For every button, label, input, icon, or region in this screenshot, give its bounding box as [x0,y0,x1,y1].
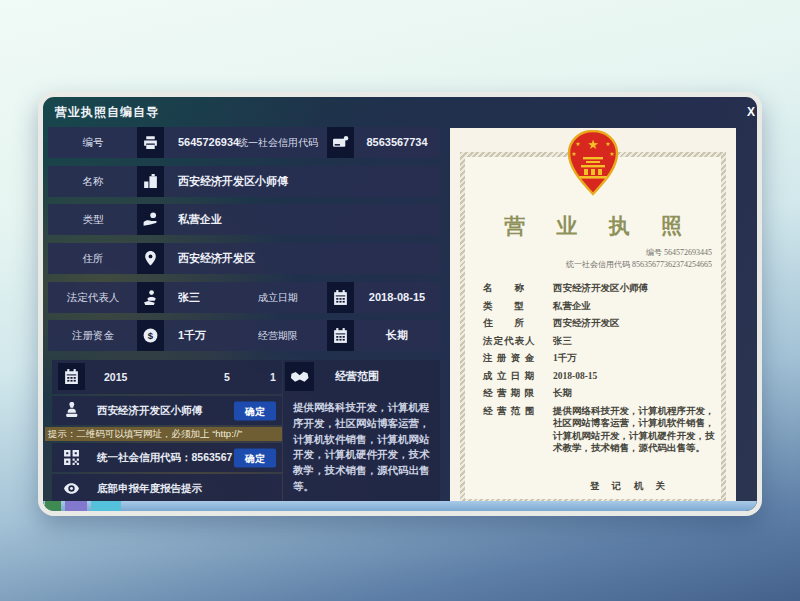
founding-date-input[interactable]: 2018-08-15 [356,282,438,313]
license-field-row: 注 册 资 金 1千万 [483,352,715,365]
credit-code-label: 统一社会信用代码 [228,127,328,158]
license-field-value: 长期 [553,387,715,400]
license-field-value: 西安经济开发区 [553,317,715,330]
day-input[interactable]: 1 [270,360,276,394]
license-field-label: 经 营 期 限 [483,387,553,400]
license-fields: 名 称 西安经济开发区小师傅 类 型 私营企业 住 所 西安经济开发区 法定代表… [483,282,715,459]
stamp-icon [58,397,85,424]
type-input[interactable]: 私营企业 [178,204,428,235]
name-input[interactable]: 西安经济开发区小师傅 [178,166,428,197]
calendar-icon [327,320,354,351]
business-license-editor-dialog: 营业执照自编自导 X 编号 5645726934 统一社会信用代码 856356… [38,92,762,516]
svg-text:★: ★ [605,141,610,147]
building-icon [137,166,164,197]
license-field-label: 注 册 资 金 [483,352,553,365]
capital-label: 注册资金 [48,320,138,351]
form-row-type: 类型 私营企业 [48,204,440,235]
license-code-value: 85635677362374254665 [632,260,712,269]
license-authority: 登 记 机 关 [560,480,700,493]
qr-confirm-button[interactable]: 确定 [234,448,276,467]
license-field-value: 1千万 [553,352,715,365]
license-code-label: 统一社会信用代码 [566,260,630,269]
license-number-value: 564572693445 [664,248,712,257]
year-input[interactable]: 2015 [104,360,127,394]
stamp-name-input[interactable]: 西安经济开发区小师傅 [97,396,202,425]
address-input[interactable]: 西安经济开发区 [178,243,428,274]
calendar-icon [327,282,354,313]
address-label: 住所 [48,243,138,274]
license-field-row: 住 所 西安经济开发区 [483,317,715,330]
license-field-value: 私营企业 [553,300,715,313]
license-field-label: 住 所 [483,317,553,330]
license-field-label: 成 立 日 期 [483,370,553,383]
term-input[interactable]: 长期 [356,320,438,351]
annual-report-label: 底部申报年度报告提示 [97,474,202,503]
license-field-label: 类 型 [483,300,553,313]
license-field-value: 张三 [553,335,715,348]
printer-icon [137,127,164,158]
month-input[interactable]: 5 [224,360,230,394]
stamp-confirm-button[interactable]: 确定 [234,401,276,420]
license-field-value: 2018-08-15 [553,370,715,383]
form-row-capital: 注册资金 $ 1千万 经营期限 长期 [48,320,440,351]
legal-rep-label: 法定代表人 [48,282,138,313]
rim-chip-green [45,501,61,511]
license-preview: ★ ★ ★ ★ ★ 营 业 执 照 编号 564572693445 统一社会 [450,128,736,511]
form-row-name: 名称 西安经济开发区小师傅 [48,166,440,197]
svg-text:★: ★ [587,137,599,152]
qr-url-tip: 提示：二维码可以填写网址，必须加上 “http://” [45,427,282,441]
name-label: 名称 [48,166,138,197]
license-field-row: 经 营 期 限 长期 [483,387,715,400]
rim-chip-purple [65,501,87,511]
annual-report-row[interactable]: 底部申报年度报告提示 [52,474,282,503]
license-number-label: 编号 [646,248,662,257]
rim-chip-cyan [91,501,121,511]
credit-code-input[interactable]: 8563567734 [356,127,438,158]
calendar-icon [58,363,85,390]
form-row-address: 住所 西安经济开发区 [48,243,440,274]
number-label: 编号 [48,127,138,158]
form-row-legal: 法定代表人 张三 成立日期 2018-08-15 [48,282,440,313]
close-button[interactable]: X [743,104,759,120]
license-meta: 编号 564572693445 统一社会信用代码 856356773623742… [566,247,712,271]
qr-code-icon [58,444,85,471]
svg-text:$: $ [148,330,154,341]
scope-label: 经营范围 [335,369,379,384]
license-field-label: 经 营 范 围 [483,405,553,455]
dialog-title: 营业执照自编自导 [55,104,159,121]
form-row-number: 编号 5645726934 统一社会信用代码 8563567734 [48,127,440,158]
stamp-row: 西安经济开发区小师傅 确定 [52,396,282,425]
id-card-icon [327,127,354,158]
business-scope-panel: 经营范围 提供网络科技开发，计算机程序开发，社区网站博客运营，计算机软件销售，计… [283,360,440,512]
license-field-row: 法定代表人 张三 [483,335,715,348]
handshake-icon [285,362,314,391]
license-field-row: 经 营 范 围 提供网络科技开发，计算机程序开发，社区网站博客运营，计算机软件销… [483,405,715,455]
type-label: 类型 [48,204,138,235]
license-title: 营 业 执 照 [450,212,736,240]
eye-icon [58,475,85,502]
license-field-value: 西安经济开发区小师傅 [553,282,715,295]
qr-credit-code-input[interactable]: 统一社会信用代码：8563567 [97,443,232,472]
dialog-bottom-rim [43,501,757,511]
svg-text:★: ★ [571,151,576,157]
term-label: 经营期限 [228,320,328,351]
person-signature-icon [137,282,164,313]
date-picker-row: 2015 5 1 [52,360,282,394]
license-field-value: 提供网络科技开发，计算机程序开发，社区网站博客运营，计算机软件销售，计算机网站开… [553,405,715,455]
dollar-coin-icon: $ [137,320,164,351]
svg-text:★: ★ [575,141,580,147]
founding-date-label: 成立日期 [228,282,328,313]
license-field-label: 法定代表人 [483,335,553,348]
qr-code-row: 统一社会信用代码：8563567 确定 [52,443,282,472]
license-field-row: 类 型 私营企业 [483,300,715,313]
money-hand-icon [137,204,164,235]
china-national-emblem-icon: ★ ★ ★ ★ ★ [564,130,622,196]
svg-text:★: ★ [609,151,614,157]
license-field-label: 名 称 [483,282,553,295]
scope-text-input[interactable]: 提供网络科技开发，计算机程序开发，社区网站博客运营，计算机软件销售，计算机网站开… [293,400,433,495]
license-field-row: 名 称 西安经济开发区小师傅 [483,282,715,295]
license-field-row: 成 立 日 期 2018-08-15 [483,370,715,383]
location-pin-icon [137,243,164,274]
